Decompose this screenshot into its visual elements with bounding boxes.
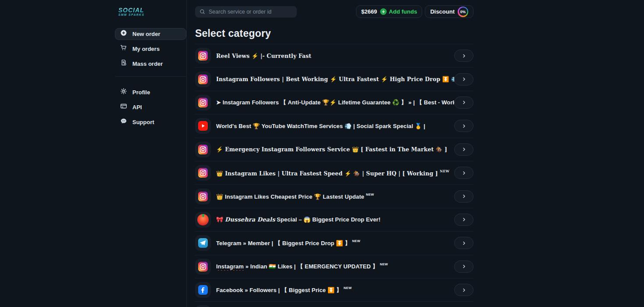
sidebar-item-my-orders[interactable]: My orders: [115, 43, 186, 55]
instagram-icon: [195, 95, 211, 111]
topbar-pills: $2669 + Add funds Discount 0%: [356, 5, 473, 18]
balance-pill[interactable]: $2669 + Add funds: [356, 5, 422, 18]
balance-amount: $2669: [361, 8, 377, 15]
category-label: Facebook » Followers | 【 Biggest Price ⏬…: [216, 286, 454, 294]
category-label: 👑 Instagram Likes Cheapest Price 🏆 Laste…: [216, 193, 454, 200]
sidebar-item-label: Mass order: [132, 61, 163, 67]
search-input[interactable]: [209, 9, 293, 15]
category-label: 👑 Instagram Likes | Ultra Fastest Speed …: [216, 169, 454, 177]
sidebar-item-new-order[interactable]: New order: [115, 28, 186, 40]
sidebar-vertical-divider: [186, 0, 187, 307]
sidebar-item-support[interactable]: Support: [115, 116, 186, 128]
instagram-icon: [195, 71, 211, 87]
category-row[interactable]: ⚡ Emergency Instagram Followers Service …: [195, 138, 473, 161]
category-label: Telegram » Member | 【 Biggest Price Drop…: [216, 239, 454, 247]
dussehra-icon: [195, 212, 211, 228]
discount-badge: 0%: [458, 7, 468, 17]
chevron-right-button[interactable]: [454, 96, 473, 109]
file-plus-icon: [120, 59, 128, 68]
category-row[interactable]: Instagram Followers | Best Working ⚡ Ult…: [195, 68, 473, 91]
category-list: Reel Views ⚡ |- Currently FastInstagram …: [195, 44, 473, 307]
discount-label: Discount: [430, 8, 455, 15]
page-title: Select category: [195, 28, 473, 39]
chevron-right-button[interactable]: [454, 190, 473, 203]
brand-name: SOCIAL: [118, 7, 186, 13]
category-row[interactable]: Instagram » Indian 🇮🇳 Likes | 【 EMERGENC…: [195, 255, 473, 278]
instagram-icon: [195, 48, 211, 64]
sidebar-item-api[interactable]: API: [115, 101, 186, 113]
category-row[interactable]: World's Best 🏆 YouTube WatchTime Service…: [195, 114, 473, 138]
category-label: ⚡ Emergency Instagram Followers Service …: [216, 146, 454, 153]
instagram-icon: [195, 189, 211, 204]
chevron-right-button[interactable]: [454, 214, 473, 226]
search-box[interactable]: [195, 6, 297, 18]
youtube-icon: [195, 118, 211, 134]
telegram-icon: [195, 235, 211, 251]
main-content: $2669 + Add funds Discount 0% Select cat…: [195, 0, 473, 307]
category-row[interactable]: [195, 302, 473, 307]
sidebar-item-label: API: [132, 104, 142, 111]
category-label: ➤ Instagram Followers 【 Anti-Update 🏆⚡ L…: [216, 99, 454, 107]
credit-card-icon: [120, 102, 128, 112]
chevron-right-button[interactable]: [454, 73, 473, 86]
chevron-right-button[interactable]: [454, 261, 473, 273]
add-funds-button[interactable]: + Add funds: [380, 8, 417, 15]
category-label: World's Best 🏆 YouTube WatchTime Service…: [216, 123, 454, 129]
sidebar-nav: New order My orders Mass order Profile: [115, 28, 186, 131]
gear-icon: [120, 87, 128, 97]
category-row[interactable]: Reel Views ⚡ |- Currently Fast: [195, 44, 473, 68]
discount-value: 0%: [459, 7, 467, 16]
facebook-icon: [195, 282, 211, 298]
category-row[interactable]: Facebook » Followers | 【 Biggest Price ⏬…: [195, 278, 473, 302]
instagram-icon: [195, 142, 211, 157]
brand-subtitle: SMM SPARKS: [118, 14, 186, 17]
cart-icon: [120, 44, 128, 54]
search-icon: [199, 8, 206, 15]
sidebar-item-label: Profile: [132, 89, 150, 96]
discount-pill[interactable]: Discount 0%: [425, 5, 473, 18]
category-row[interactable]: 👑 Instagram Likes Cheapest Price 🏆 Laste…: [195, 185, 473, 208]
category-row[interactable]: 🎀 Dussehra Deals Special – 😱 Biggest Pri…: [195, 208, 473, 232]
generic-icon: [195, 305, 211, 307]
category-label: Instagram Followers | Best Working ⚡ Ult…: [216, 76, 454, 82]
plus-icon: +: [380, 8, 387, 15]
chevron-right-button[interactable]: [454, 284, 473, 296]
category-row[interactable]: Telegram » Member | 【 Biggest Price Drop…: [195, 232, 473, 255]
chat-icon: [120, 117, 128, 127]
sidebar-divider: [115, 76, 186, 77]
sidebar-item-label: New order: [132, 31, 160, 37]
category-label: Reel Views ⚡ |- Currently Fast: [216, 53, 454, 59]
category-label: Instagram » Indian 🇮🇳 Likes | 【 EMERGENC…: [216, 262, 454, 271]
topbar: $2669 + Add funds Discount 0%: [195, 5, 473, 18]
brand-logo[interactable]: SOCIAL SMM SPARKS: [118, 7, 186, 17]
sidebar: SOCIAL SMM SPARKS New order My orders Ma…: [115, 0, 186, 131]
add-funds-label: Add funds: [389, 8, 417, 15]
category-row[interactable]: 👑 Instagram Likes | Ultra Fastest Speed …: [195, 161, 473, 185]
sidebar-item-mass-order[interactable]: Mass order: [115, 58, 186, 70]
sidebar-item-label: My orders: [132, 46, 160, 52]
chevron-right-button[interactable]: [454, 50, 473, 62]
category-row[interactable]: ➤ Instagram Followers 【 Anti-Update 🏆⚡ L…: [195, 91, 473, 114]
chevron-right-button[interactable]: [454, 237, 473, 249]
instagram-icon: [195, 165, 211, 181]
category-label: 🎀 Dussehra Deals Special – 😱 Biggest Pri…: [216, 216, 454, 223]
chevron-right-button[interactable]: [454, 143, 473, 156]
sidebar-item-profile[interactable]: Profile: [115, 86, 186, 98]
chevron-right-button[interactable]: [454, 167, 473, 179]
plus-circle-icon: [120, 29, 128, 39]
instagram-icon: [195, 259, 211, 275]
chevron-right-button[interactable]: [454, 120, 473, 132]
sidebar-item-label: Support: [132, 119, 154, 125]
